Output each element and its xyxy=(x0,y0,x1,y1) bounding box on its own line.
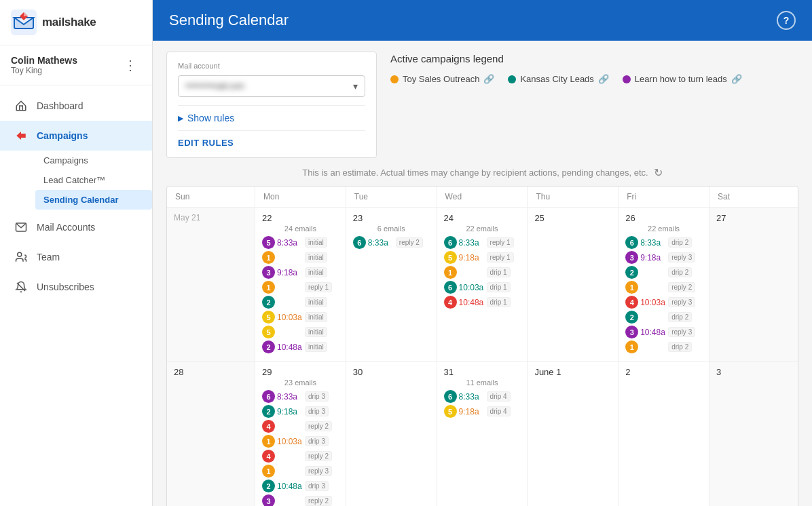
cal-event: 1 drip 2 xyxy=(625,340,702,353)
cal-cell-june1: June 1 xyxy=(528,362,619,506)
sidebar-item-team[interactable]: Team xyxy=(0,242,152,272)
event-type: reply 3 xyxy=(668,252,695,262)
header-mon: Mon xyxy=(255,187,346,207)
refresh-icon[interactable]: ↻ xyxy=(654,166,663,179)
learn-how-link-icon[interactable]: 🔗 xyxy=(731,74,742,84)
header-sat: Sat xyxy=(709,187,798,207)
cal-cell-29: 29 23 emails 6 8:33a drip 3 2 9:18a drip… xyxy=(255,362,346,506)
cal-event: 4 reply 2 xyxy=(262,450,339,463)
cal-event: 5 8:33a initial xyxy=(262,236,339,249)
event-type: drip 4 xyxy=(487,406,511,416)
cal-event: 6 8:33a reply 1 xyxy=(444,236,521,249)
badge: 3 xyxy=(262,266,275,279)
badge: 5 xyxy=(444,251,457,264)
legend-box: Active campaigns legend Toy Sales Outrea… xyxy=(390,52,798,84)
badge: 5 xyxy=(444,405,457,418)
cal-event: 2 10:48a drip 3 xyxy=(262,480,339,492)
cal-cell-25: 25 xyxy=(528,208,619,361)
cal-event: 3 10:48a reply 3 xyxy=(625,326,702,338)
event-time: 9:18a xyxy=(459,253,485,262)
event-type: reply 2 xyxy=(396,237,423,248)
mail-account-label: Mail account xyxy=(178,62,365,70)
kansas-city-label: Kansas City Leads xyxy=(520,74,593,84)
sidebar-item-unsubscribes[interactable]: Unsubscribes xyxy=(0,272,152,302)
cal-cell-27: 27 xyxy=(709,208,798,361)
estimate-text: This is an estimate. Actual times may ch… xyxy=(302,168,648,178)
main-content: Sending Calendar ? Mail account ••••••••… xyxy=(153,0,812,506)
event-time: 9:18a xyxy=(277,268,303,277)
sidebar-subitem-lead-catcher[interactable]: Lead Catcher™ xyxy=(35,170,152,190)
calendar-header: Sun Mon Tue Wed Thu Fri Sat xyxy=(167,187,798,208)
svg-marker-4 xyxy=(16,132,26,140)
badge: 1 xyxy=(625,281,638,294)
badge: 2 xyxy=(625,266,638,279)
event-time: 10:48a xyxy=(640,328,666,337)
help-button[interactable]: ? xyxy=(777,11,796,30)
badge: 3 xyxy=(625,326,638,338)
cal-cell-26: 26 22 emails 6 8:33a drip 2 3 9:18a repl… xyxy=(619,208,709,361)
toy-sales-link-icon[interactable]: 🔗 xyxy=(483,74,494,84)
cal-email-count: 11 emails xyxy=(444,378,521,387)
event-time: 9:18a xyxy=(640,253,666,262)
cal-event: 5 9:18a drip 4 xyxy=(444,405,521,418)
kansas-city-link-icon[interactable]: 🔗 xyxy=(598,74,609,84)
cal-event: 2 initial xyxy=(262,296,339,309)
svg-point-6 xyxy=(18,252,22,256)
sidebar-subitem-sending-calendar[interactable]: Sending Calendar xyxy=(35,190,152,210)
cal-cell-may21: May 21 xyxy=(167,208,255,361)
cal-email-count: 24 emails xyxy=(262,225,339,233)
team-label: Team xyxy=(37,252,60,262)
event-time: 8:33a xyxy=(277,238,303,248)
cal-cell-june3: 3 xyxy=(709,362,798,506)
header-tue: Tue xyxy=(346,187,437,207)
calendar-week-2: 28 29 23 emails 6 8:33a drip 3 2 9:18a d… xyxy=(167,362,798,506)
arrow-right-icon: ▶ xyxy=(178,114,183,123)
event-type: initial xyxy=(305,267,327,277)
cal-event: 1 reply 3 xyxy=(262,465,339,478)
cal-cell-24: 24 22 emails 6 8:33a reply 1 5 9:18a rep… xyxy=(437,208,528,361)
cal-date: 28 xyxy=(174,367,248,377)
sidebar-item-campaigns[interactable]: Campaigns xyxy=(0,121,152,151)
sidebar-item-dashboard[interactable]: Dashboard xyxy=(0,91,152,121)
header-sun: Sun xyxy=(167,187,255,207)
user-menu-dots[interactable]: ⋮ xyxy=(119,56,141,75)
event-type: drip 3 xyxy=(305,481,329,491)
learn-how-dot xyxy=(623,75,631,83)
badge: 6 xyxy=(444,236,457,249)
cal-event: 4 10:03a reply 3 xyxy=(625,296,702,309)
event-type: drip 2 xyxy=(668,267,692,277)
show-rules-toggle[interactable]: ▶ Show rules xyxy=(178,113,365,123)
header-wed: Wed xyxy=(437,187,528,207)
event-type: initial xyxy=(305,342,327,352)
unsubscribes-label: Unsubscribes xyxy=(37,281,94,292)
estimate-banner: This is an estimate. Actual times may ch… xyxy=(166,166,798,179)
home-icon xyxy=(14,98,29,113)
cal-event: 2 drip 2 xyxy=(625,311,702,324)
event-type: reply 2 xyxy=(305,451,332,461)
cal-date: 26 xyxy=(625,213,702,223)
cal-date: 24 xyxy=(444,213,521,223)
event-time: 8:33a xyxy=(368,238,394,248)
event-type: drip 1 xyxy=(487,297,511,307)
event-time: 10:48a xyxy=(277,343,303,352)
header-fri: Fri xyxy=(619,187,709,207)
event-type: initial xyxy=(305,297,327,307)
sidebar-subitem-campaigns[interactable]: Campaigns xyxy=(35,151,152,170)
cal-event: 6 8:33a drip 3 xyxy=(262,390,339,403)
cal-event: 1 reply 1 xyxy=(262,281,339,294)
sidebar-item-mail-accounts[interactable]: Mail Accounts xyxy=(0,212,152,242)
calendar-week-1: May 21 22 24 emails 5 8:33a initial 1 in… xyxy=(167,208,798,362)
legend-item-toy-sales: Toy Sales Outreach 🔗 xyxy=(390,74,494,84)
cal-event: 1 initial xyxy=(262,251,339,264)
sidebar-user-info: Colin Mathews Toy King xyxy=(11,55,77,75)
legend-item-learn-how: Learn how to turn leads 🔗 xyxy=(623,74,742,84)
cal-event: 3 reply 2 xyxy=(262,494,339,506)
cal-email-count: 23 emails xyxy=(262,378,339,387)
legend-title: Active campaigns legend xyxy=(390,53,798,64)
user-org: Toy King xyxy=(11,66,77,75)
mail-account-select[interactable]: ••••••••••nail.com ▾ xyxy=(178,75,365,97)
badge: 2 xyxy=(262,296,275,309)
event-time: 10:03a xyxy=(277,437,303,446)
edit-rules-button[interactable]: EDIT RULES xyxy=(178,138,365,148)
kansas-city-dot xyxy=(508,75,516,83)
